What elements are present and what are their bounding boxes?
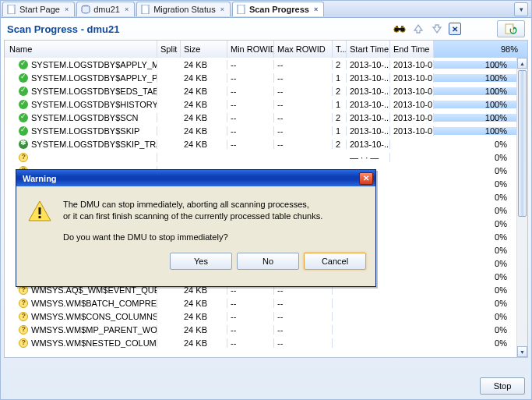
row-max-rowid: --	[274, 140, 333, 149]
status-icon	[19, 312, 28, 321]
close-icon[interactable]: ×	[312, 5, 319, 13]
row-min-rowid: --	[227, 113, 274, 122]
table-row[interactable]: WMSYS.WM$BATCH_COMPRESSI24 KB----0%	[5, 296, 516, 310]
col-end-time[interactable]: End Time	[390, 41, 434, 58]
row-size: 24 KB	[181, 100, 227, 109]
scroll-up-arrow[interactable]: ▲	[517, 58, 527, 69]
status-icon	[19, 60, 28, 69]
row-progress: 0%	[434, 179, 516, 189]
row-name: WMSYS.WM$NESTED_COLUMNS	[31, 338, 157, 348]
row-name: SYSTEM.LOGSTDBY$SKIP	[31, 126, 139, 136]
no-button[interactable]: No	[237, 253, 299, 270]
tab-overflow-button[interactable]: ▾	[514, 2, 528, 16]
row-min-rowid: --	[227, 60, 274, 69]
status-icon	[19, 153, 28, 162]
table-row[interactable]: WMSYS.WM$MP_PARENT_WORK24 KB----0%	[5, 323, 516, 336]
row-start: 2013-10-...	[347, 140, 390, 149]
col-start-time[interactable]: Start Time	[347, 41, 390, 58]
table-row[interactable]: WMSYS.WM$NESTED_COLUMNS24 KB----0%	[5, 336, 516, 349]
row-progress: 0%	[434, 219, 516, 228]
row-t: 2	[333, 87, 347, 96]
binoculars-icon[interactable]	[393, 22, 407, 36]
row-start: — · · —	[347, 153, 390, 162]
row-name: WMSYS.WM$BATCH_COMPRESSI	[31, 299, 157, 308]
col-t[interactable]: T...	[333, 41, 347, 58]
status-icon	[19, 113, 28, 122]
col-size[interactable]: Size	[181, 41, 227, 58]
row-name: WMSYS.WM$CONS_COLUMNS$	[31, 312, 157, 321]
grid-header: Name Split Size Min ROWID Max ROWID T...…	[5, 41, 527, 58]
row-min-rowid: --	[227, 126, 274, 136]
tab-dmu21[interactable]: dmu21 ×	[76, 2, 135, 16]
col-max-rowid[interactable]: Max ROWID	[274, 41, 333, 58]
tab-migration-status[interactable]: Migration Status ×	[136, 2, 231, 16]
scroll-down-arrow[interactable]: ▼	[517, 346, 527, 357]
dialog-close-button[interactable]: ✕	[359, 172, 373, 185]
close-icon[interactable]: ×	[63, 5, 70, 13]
page-icon	[237, 5, 246, 14]
svg-rect-11	[39, 207, 41, 214]
row-size: 24 KB	[181, 325, 227, 335]
refresh-button[interactable]	[497, 20, 525, 37]
row-size: 24 KB	[181, 312, 227, 321]
status-icon	[19, 87, 28, 96]
tab-scan-progress[interactable]: Scan Progress ×	[232, 2, 324, 16]
row-size: 24 KB	[181, 73, 227, 83]
panel-close-button[interactable]: ✕	[449, 23, 461, 35]
tab-start-page[interactable]: Start Page ×	[2, 2, 75, 16]
stop-button[interactable]: Stop	[480, 377, 525, 395]
row-size: 24 KB	[181, 338, 227, 348]
row-min-rowid: --	[227, 87, 274, 96]
arrow-down-icon[interactable]	[430, 22, 444, 36]
col-split[interactable]: Split	[157, 41, 181, 58]
row-t: 1	[333, 126, 347, 136]
row-min-rowid: --	[227, 312, 274, 321]
vertical-scrollbar[interactable]: ▲ ▼	[516, 58, 527, 357]
table-row[interactable]: — · · —0%	[5, 150, 516, 164]
row-min-rowid: --	[227, 299, 274, 308]
row-min-rowid: --	[227, 73, 274, 83]
table-row[interactable]: SYSTEM.LOGSTDBY$EDS_TABLES24 KB----22013…	[5, 84, 516, 97]
bottom-bar: Stop	[480, 377, 525, 395]
page-title: Scan Progress - dmu21	[7, 23, 120, 35]
status-icon	[19, 338, 28, 348]
row-name: SYSTEM.LOGSTDBY$EDS_TABLES	[31, 87, 157, 96]
table-row[interactable]: SYSTEM.LOGSTDBY$SCN24 KB----22013-10-...…	[5, 111, 516, 124]
close-icon[interactable]: ×	[219, 5, 226, 13]
yes-button[interactable]: Yes	[170, 253, 232, 270]
row-max-rowid: --	[274, 299, 333, 308]
row-start: 2013-10-...	[347, 126, 390, 136]
col-name[interactable]: Name	[5, 41, 157, 58]
table-row[interactable]: SYSTEM.LOGSTDBY$APPLY_MILES24 KB----2201…	[5, 58, 516, 71]
row-progress: 100%	[434, 113, 516, 122]
row-max-rowid: --	[274, 87, 333, 96]
row-progress: 0%	[434, 299, 516, 308]
svg-rect-12	[39, 216, 41, 218]
row-max-rowid: --	[274, 73, 333, 83]
dialog-message: The DMU can stop immediately, aborting a…	[63, 199, 322, 243]
status-icon	[19, 140, 28, 149]
scroll-track[interactable]	[517, 69, 527, 346]
row-end: 2013-10-0...	[390, 87, 434, 96]
status-icon	[19, 299, 28, 308]
row-size: 24 KB	[181, 299, 227, 308]
row-progress: 100%	[434, 126, 516, 136]
row-max-rowid: --	[274, 113, 333, 122]
table-row[interactable]: SYSTEM.LOGSTDBY$SKIP24 KB----12013-10-..…	[5, 124, 516, 137]
col-min-rowid[interactable]: Min ROWID	[227, 41, 274, 58]
table-row[interactable]: SYSTEM.LOGSTDBY$APPLY_PROG24 KB----12013…	[5, 71, 516, 84]
tab-label: Start Page	[19, 5, 60, 14]
table-row[interactable]: SYSTEM.LOGSTDBY$SKIP_TRANS24 KB----22013…	[5, 137, 516, 150]
table-row[interactable]: SYSTEM.LOGSTDBY$HISTORY24 KB----12013-10…	[5, 97, 516, 111]
row-progress: 100%	[434, 73, 516, 83]
table-row[interactable]: WMSYS.WM$CONS_COLUMNS$24 KB----0%	[5, 310, 516, 323]
row-min-rowid: --	[227, 140, 274, 149]
dialog-titlebar[interactable]: Warning ✕	[16, 170, 375, 186]
row-min-rowid: --	[227, 100, 274, 109]
col-progress[interactable]: 98%	[434, 41, 527, 58]
close-icon[interactable]: ×	[123, 5, 130, 13]
arrow-up-icon[interactable]	[411, 22, 425, 36]
cancel-button[interactable]: Cancel	[304, 253, 366, 270]
scroll-thumb[interactable]	[518, 70, 527, 217]
row-t: 2	[333, 113, 347, 122]
